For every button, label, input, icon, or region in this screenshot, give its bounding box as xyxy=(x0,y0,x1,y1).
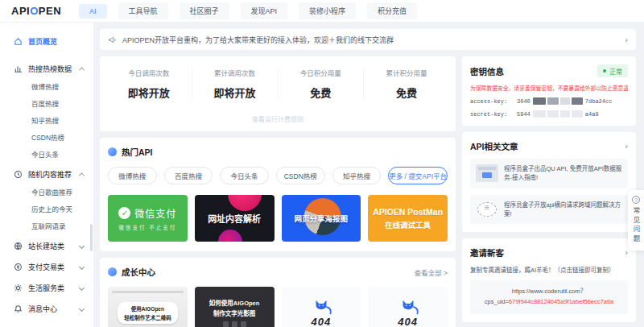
invite-url-line1: https://www.coderutil.com？ xyxy=(475,287,623,297)
question-icon: ? xyxy=(632,196,640,204)
article-item[interactable]: 程序员盒子出品QU API, 免费开放API数据服务-接入指南! xyxy=(470,159,628,188)
sidebar-item-daily-song[interactable]: 今日歌曲推荐 xyxy=(0,183,93,200)
banner-title: 网址内容解析 xyxy=(208,212,261,225)
notice-banner[interactable]: APIOPEN开放平台重构，为了给大家带来更好的接入体验，欢迎＋我们的线下交流群… xyxy=(100,29,636,50)
hot-api-card: 热门API 微博热搜 百度热搜 今日头条 CSDN热榜 知乎热搜 更多 / 提交… xyxy=(100,138,456,251)
sidebar-item-weibo-hot[interactable]: 微博热搜 xyxy=(0,77,93,94)
secret-key-label: secret-key: xyxy=(470,111,517,118)
logo-text-post: PEN xyxy=(39,5,61,17)
nav-item-ai[interactable]: AI xyxy=(79,4,107,19)
logo[interactable]: APIOPEN xyxy=(11,5,61,17)
access-key-row: access-key: 3040 7dba24cc xyxy=(470,97,628,105)
cat-404-illustration xyxy=(394,298,422,317)
chevron-right-icon[interactable]: › xyxy=(625,35,628,44)
banner-wechat-pay[interactable]: ✓ 微信支付 微信支付 不止支付 xyxy=(108,195,188,242)
page: APIOPEN AI 工具导航 社区圈子 发现API 装修小程序 积分充值 首页… xyxy=(0,0,644,327)
invite-url-prefix: cps_uid= xyxy=(485,298,509,305)
video-card-text-light-tutorial[interactable]: 如何使用AIGOpen 制作文字光影图 00:00 xyxy=(195,287,275,327)
sidebar-item-zhihu-hot[interactable]: 知乎热搜 xyxy=(0,111,93,128)
invite-url-line2: cps_uid=679f944c88124045a9f1abef56ecc7a9… xyxy=(475,297,623,308)
sidebar-group-payment[interactable]: 支付交易类 xyxy=(0,258,93,275)
sidebar-item-baidu-hot[interactable]: 百度热搜 xyxy=(0,94,93,111)
video-card-404[interactable]: 404 0:00 xyxy=(368,287,448,327)
sidebar-group-label: 生活服务类 xyxy=(28,283,80,293)
sidebar-group-life-services[interactable]: 生活服务类 xyxy=(0,279,93,296)
banner-share-poster[interactable]: 网页分享海报图 xyxy=(282,195,361,242)
chevron-down-icon xyxy=(79,263,85,269)
sidebar-item-internet-quotes[interactable]: 互联网语录 xyxy=(0,217,93,234)
chevron-up-icon xyxy=(79,172,85,178)
article-thumbnail xyxy=(476,201,498,218)
bell-icon xyxy=(13,304,23,313)
sidebar-item-history-today[interactable]: 历史上的今天 xyxy=(0,200,93,217)
nav-item-discover-api[interactable]: 发现API xyxy=(241,2,288,19)
video-card-404[interactable]: 404 0:00 xyxy=(282,287,361,327)
banner-postman-tool[interactable]: APIOEN PostMan 在线调试工具 xyxy=(368,195,448,242)
logo-text-pre: API xyxy=(11,5,30,17)
sidebar-group-message-center[interactable]: 消息中心 xyxy=(0,300,93,317)
faq-label: 常见问题 xyxy=(631,207,641,244)
key-info-card: 密钥信息 正常 为保障数据安全，请妥善保管密钥，不要暴露给外部以防止恶意盗刷流量… xyxy=(462,56,636,126)
video-title-line1: 如何使用AIGOpen xyxy=(209,298,260,307)
sidebar-group-label: 热搜热榜数据 xyxy=(28,64,80,74)
api-pill-toutiao[interactable]: 今日头条 xyxy=(220,167,269,184)
sidebar-group-random-content[interactable]: 随机内容推荐 xyxy=(0,165,93,183)
sidebar-item-home[interactable]: 首页概览 xyxy=(0,32,93,50)
nav-item-tools[interactable]: 工具导航 xyxy=(118,2,168,19)
access-key-prefix: 3040 xyxy=(517,98,530,105)
video-card-qrcode-tutorial[interactable]: 使用AIGOpen 轻松制作艺术二维码 00:00 xyxy=(108,287,188,327)
api-articles-title: API相关文章 xyxy=(470,140,518,152)
sidebar-scrollbar[interactable] xyxy=(90,224,93,251)
growth-center-title: 成长中心 xyxy=(122,266,155,278)
decor-blob xyxy=(228,195,262,211)
billing-rules-link[interactable]: 查看运行计费规则 xyxy=(106,114,449,123)
faq-float-tab[interactable]: ? 常见问题 xyxy=(628,190,644,250)
megaphone-icon xyxy=(108,35,117,44)
hot-api-title: 热门API xyxy=(122,146,153,158)
sun-icon xyxy=(13,283,23,292)
view-all-link[interactable]: 查看全部 > xyxy=(415,267,448,277)
main-content: APIOPEN开放平台重构，为了给大家带来更好的接入体验，欢迎＋我们的线下交流群… xyxy=(93,23,644,327)
api-pill-baidu[interactable]: 百度热搜 xyxy=(164,167,213,184)
key-security-warning: 为保障数据安全，请妥善保管密钥，不要暴露给外部以防止恶意盗刷流量风险 xyxy=(470,84,628,92)
yen-coin-icon xyxy=(13,262,23,271)
access-key-redacted xyxy=(533,97,583,105)
banner-title: 微信支付 xyxy=(134,206,176,220)
sidebar-group-webmaster[interactable]: 站长建站类 xyxy=(0,237,93,255)
banner-title: 网页分享海报图 xyxy=(295,213,349,224)
chevron-right-icon[interactable]: › xyxy=(625,248,628,257)
api-pill-zhihu[interactable]: 知乎热搜 xyxy=(332,167,382,184)
chart-bars-icon xyxy=(13,64,23,73)
sidebar-group-label: 随机内容推荐 xyxy=(28,169,80,180)
sidebar-item-csdn-hot[interactable]: CSDN热榜 xyxy=(0,128,93,145)
invite-url-uid: 679f944c88124045a9f1abef56ecc7a9a xyxy=(509,298,613,305)
usage-stats-card: 今日调用次数 即将开放 累计调用次数 即将开放 今日积分用量 免费 累计积分 xyxy=(100,56,456,131)
invite-description: 复制专属邀请链接，薅AI羊毛！（点击链接即可复制） xyxy=(470,265,628,274)
globe-icon xyxy=(13,241,23,250)
clock-icon xyxy=(13,169,23,179)
sidebar-group-label: 站长建站类 xyxy=(28,241,80,251)
top-navbar: APIOPEN AI 工具导航 社区圈子 发现API 装修小程序 积分充值 xyxy=(0,0,644,23)
nav-item-community[interactable]: 社区圈子 xyxy=(180,2,229,19)
stat-value: 免费 xyxy=(364,85,449,100)
sidebar-item-toutiao[interactable]: 今日头条 xyxy=(0,145,93,162)
nav-item-mini-program[interactable]: 装修小程序 xyxy=(299,2,356,19)
stat-label: 累计积分用量 xyxy=(364,68,449,77)
api-pill-weibo[interactable]: 微博热搜 xyxy=(108,167,157,184)
growth-center-card: 成长中心 查看全部 > 使用AIGOpen 轻松制作艺术二维码 00:00 xyxy=(100,258,456,327)
secret-key-prefix: 5944 xyxy=(517,111,530,118)
sidebar-group-hot-lists[interactable]: 热搜热榜数据 xyxy=(0,60,93,77)
api-pill-csdn[interactable]: CSDN热榜 xyxy=(276,167,325,184)
chevron-down-icon xyxy=(79,284,85,290)
access-key-label: access-key: xyxy=(470,98,517,105)
banner-url-parser[interactable]: 网址内容解析 xyxy=(195,195,275,242)
api-articles-card: API相关文章 › 程序员盒子出品QU API, 免费开放API数据服务-接入指… xyxy=(462,132,636,232)
api-pill-more-submit[interactable]: 更多 / 提交API平台 xyxy=(388,167,448,184)
nav-item-points-recharge[interactable]: 积分充值 xyxy=(367,2,417,19)
decor-thumbnails xyxy=(223,321,246,327)
invite-link-box[interactable]: https://www.coderutil.com？ cps_uid=679f9… xyxy=(470,280,628,314)
cat-404-illustration xyxy=(308,298,335,317)
article-item[interactable]: 程序员盒子开放api横向请求跨域问题解决方案! xyxy=(470,195,628,225)
article-text: 程序员盒子开放api横向请求跨域问题解决方案! xyxy=(504,201,622,219)
chevron-right-icon[interactable]: › xyxy=(625,142,628,151)
